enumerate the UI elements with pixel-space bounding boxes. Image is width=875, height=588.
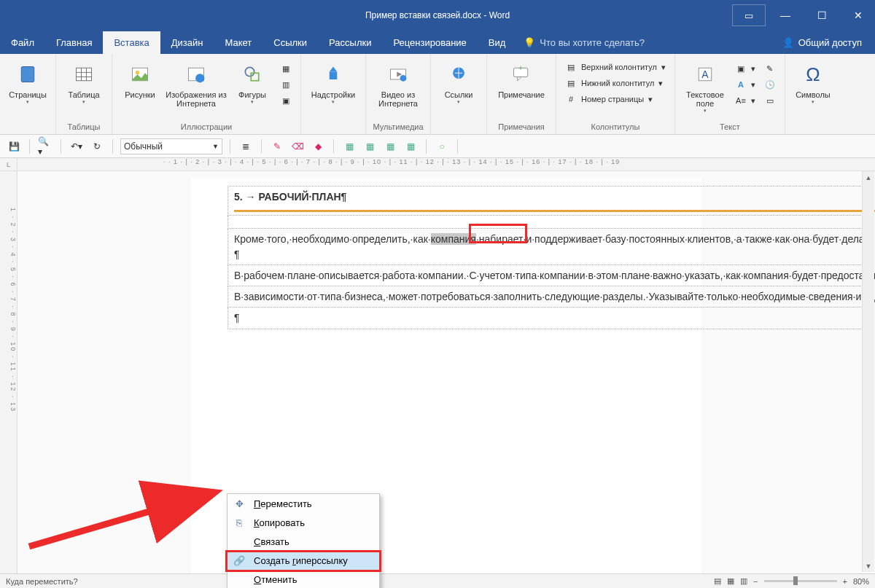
selected-text[interactable]: компания — [431, 233, 476, 245]
zoom-slider[interactable] — [764, 580, 837, 582]
online-video-button[interactable]: Видео из Интернета — [372, 57, 424, 108]
ctx-отменить[interactable]: Отменить — [228, 570, 379, 588]
tab-вид[interactable]: Вид — [478, 31, 517, 54]
heading-cell[interactable]: 5. → РАБОЧИЙ·ПЛАН¶ — [228, 187, 876, 216]
close-button[interactable]: ✕ — [841, 4, 875, 26]
qat-icon-6[interactable]: ▦ — [362, 138, 378, 154]
qat-icon-9[interactable]: ○ — [434, 138, 450, 154]
group-comments: + Примечание Примечания — [487, 54, 556, 134]
comment-icon: + — [511, 64, 532, 85]
tab-макет[interactable]: Макет — [214, 31, 262, 54]
qat-icon-3[interactable]: ⌫ — [289, 138, 306, 154]
sigline-button[interactable]: ✎ — [761, 61, 779, 76]
view-web-icon[interactable]: ▥ — [740, 576, 747, 586]
group-illustrations: Рисунки Изображения из Интернета Фигуры▾… — [112, 54, 301, 134]
ribbon: Страницы▾ Страницы Таблица▾ Таблицы Рису… — [0, 54, 875, 135]
qat-icon-2[interactable]: ✎ — [269, 138, 285, 154]
ctx-копировать[interactable]: ⎘Копировать — [228, 513, 379, 532]
tab-дизайн[interactable]: Дизайн — [160, 31, 214, 54]
svg-point-7 — [136, 71, 139, 74]
vertical-scrollbar[interactable]: ▲ ▼ — [862, 171, 874, 572]
share-button[interactable]: 👤Общий доступ — [769, 31, 875, 54]
svg-point-9 — [195, 74, 204, 82]
group-addins: Надстройки▾ x — [301, 54, 366, 134]
symbols-button[interactable]: Ω Символы▾ — [791, 57, 835, 105]
tab-ссылки[interactable]: Ссылки — [262, 31, 318, 54]
group-media: Видео из Интернета Мультимедиа — [366, 54, 431, 134]
shapes-button[interactable]: Фигуры▾ — [230, 57, 274, 105]
qat-icon-8[interactable]: ▦ — [402, 138, 419, 154]
save-button[interactable]: 💾 — [6, 138, 22, 154]
tab-главная[interactable]: Главная — [45, 31, 103, 54]
pagenum-icon: # — [565, 93, 577, 105]
omega-icon: Ω — [806, 63, 820, 86]
smartart-button[interactable]: ▦ — [277, 61, 295, 76]
screenshot-button[interactable]: ▣ — [277, 93, 295, 108]
addins-button[interactable]: Надстройки▾ — [307, 57, 359, 105]
chart-button[interactable]: ▥ — [277, 77, 295, 92]
addins-icon — [323, 64, 343, 85]
qat-icon-4[interactable]: ◆ — [310, 138, 326, 154]
para-1[interactable]: Кроме·того,·необходимо·определить,·как·к… — [228, 229, 876, 265]
zoom-in-button[interactable]: + — [843, 577, 847, 586]
link-icon — [448, 64, 469, 85]
doc-title: Пример вставки связей.docx — [365, 10, 481, 20]
page-number-button[interactable]: #Номер страницы ▾ — [562, 92, 669, 106]
group-pages: Страницы▾ Страницы — [0, 54, 56, 134]
svg-point-16 — [400, 75, 407, 82]
qat-icon-7[interactable]: ▦ — [382, 138, 398, 154]
ribbon-options-icon[interactable]: ▭ — [732, 4, 766, 26]
ctx-переместить[interactable]: ✥Переместить — [228, 494, 379, 513]
qat-icon-5[interactable]: ▦ — [341, 138, 357, 154]
undo-button[interactable]: ↶▾ — [69, 138, 85, 154]
svg-marker-19 — [518, 77, 521, 81]
online-picture-icon — [186, 64, 206, 85]
redo-button[interactable]: ↻ — [89, 138, 105, 154]
pages-button[interactable]: Страницы▾ — [6, 57, 50, 105]
view-readmode-icon[interactable]: ▤ — [714, 576, 721, 586]
qat-icon-1[interactable]: ≣ — [238, 138, 254, 154]
title-bar: Пример вставки связей.docx - Word ▭ — ☐ … — [0, 0, 875, 31]
style-select[interactable]: Обычный▼ — [120, 138, 222, 154]
context-menu: ✥Переместить⎘КопироватьСвязать🔗Создать г… — [227, 493, 380, 588]
tell-me-input[interactable]: 💡Что вы хотите сделать? — [524, 31, 645, 54]
tab-вставка[interactable]: Вставка — [103, 31, 160, 54]
wordart-button[interactable]: A▾ — [732, 77, 758, 92]
online-pictures-button[interactable]: Изображения из Интернета — [165, 57, 228, 108]
links-button[interactable]: Ссылки▾ — [437, 57, 481, 105]
object-button[interactable]: ▭ — [761, 93, 779, 108]
view-print-icon[interactable]: ▦ — [727, 576, 734, 586]
tab-рецензирование[interactable]: Рецензирование — [382, 31, 477, 54]
find-button[interactable]: 🔍▾ — [37, 138, 53, 154]
comment-button[interactable]: + Примечание — [493, 57, 550, 99]
tab-рассылки[interactable]: Рассылки — [318, 31, 382, 54]
tab-файл[interactable]: Файл — [0, 31, 45, 54]
minimize-button[interactable]: — — [769, 4, 802, 26]
para-3[interactable]: В·зависимости·от·типа·бизнеса,·может·пот… — [228, 286, 876, 307]
para-2[interactable]: В·рабочем·плане·описывается·работа·компа… — [228, 264, 876, 286]
para-4[interactable]: ¶ — [228, 307, 876, 329]
group-symbols: Ω Символы▾ x — [785, 54, 841, 134]
maximize-button[interactable]: ☐ — [805, 4, 839, 26]
datetime-button[interactable]: 🕓 — [761, 77, 779, 92]
ctx-создать-гиперссылку[interactable]: 🔗Создать гиперссылку — [228, 551, 379, 570]
chart-icon: ▥ — [280, 79, 292, 90]
dropcap-button[interactable]: A≡▾ — [732, 93, 758, 108]
quickparts-button[interactable]: ▣▾ — [732, 61, 758, 76]
footer-icon: ▤ — [565, 77, 577, 89]
vertical-ruler[interactable]: 1 · 2 · 3 · 4 · 5 · 6 · 7 · 8 · 9 · 10 ·… — [0, 171, 18, 587]
horizontal-ruler[interactable]: · · 1 · | · 2 · | · 3 · | · 4 · | · 5 · … — [18, 158, 875, 171]
textbox-button[interactable]: A Текстовое поле▾ — [681, 57, 729, 114]
app-title: Word — [489, 10, 510, 20]
page-icon — [18, 64, 38, 85]
svg-rect-1 — [77, 68, 92, 81]
zoom-value: 80% — [853, 577, 869, 586]
pictures-button[interactable]: Рисунки — [118, 57, 162, 99]
zoom-out-button[interactable]: − — [753, 577, 758, 586]
svg-marker-12 — [330, 67, 338, 72]
ctx-связать[interactable]: Связать — [228, 532, 379, 551]
table-button[interactable]: Таблица▾ — [62, 57, 106, 105]
quick-access-toolbar-2: 💾 🔍▾ ↶▾ ↻ Обычный▼ ≣ ✎ ⌫ ◆ ▦ ▦ ▦ ▦ ○ — [0, 135, 875, 158]
footer-button[interactable]: ▤Нижний колонтитул ▾ — [562, 76, 669, 90]
header-button[interactable]: ▤Верхний колонтитул ▾ — [562, 60, 669, 74]
